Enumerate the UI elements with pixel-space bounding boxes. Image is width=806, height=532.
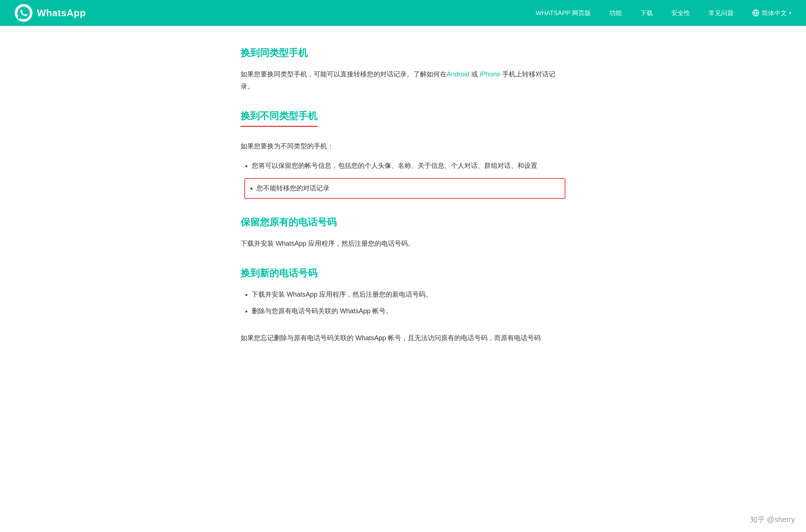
highlighted-list-item-wrapper: 您不能转移您的对话记录 xyxy=(246,178,565,199)
section2-list: 您将可以保留您的帐号信息，包括您的个人头像、名称、关于信息、个人对话、群组对话、… xyxy=(252,160,565,172)
section2-title: 换到不同类型手机 xyxy=(241,107,317,127)
nav-web[interactable]: WHATSAPP 网页版 xyxy=(535,9,591,17)
language-selector[interactable]: 简体中文 ▾ xyxy=(752,9,791,17)
iphone-link[interactable]: iPhone xyxy=(480,70,500,78)
whatsapp-logo-icon xyxy=(15,4,32,22)
android-link[interactable]: Android xyxy=(447,70,469,78)
section-keep-phone-number: 保留您原有的电话号码 下载并安装 WhatsApp 应用程序，然后注册您的电话号… xyxy=(241,214,565,250)
section4-list-item1: 下载并安装 WhatsApp 应用程序，然后注册您的新电话号码。 xyxy=(252,289,565,301)
section1-body: 如果您要换同类型手机，可能可以直接转移您的对话记录。了解如何在Android 或… xyxy=(241,68,565,93)
section1-middle: 或 xyxy=(469,70,480,78)
section2-intro: 如果您要换为不同类型的手机： xyxy=(241,140,565,152)
logo-text: WhatsApp xyxy=(37,7,86,19)
lang-label: 简体中文 xyxy=(762,9,787,17)
section4-title: 换到新的电话号码 xyxy=(241,265,565,282)
nav-download[interactable]: 下载 xyxy=(640,9,653,17)
nav-security[interactable]: 安全性 xyxy=(671,9,690,17)
section1-title: 换到同类型手机 xyxy=(241,44,565,62)
section-same-type-phone: 换到同类型手机 如果您要换同类型手机，可能可以直接转移您的对话记录。了解如何在A… xyxy=(241,44,565,93)
logo-link[interactable]: WhatsApp xyxy=(15,4,86,22)
highlighted-list-item: 您不能转移您的对话记录 xyxy=(244,178,565,199)
section4-list: 下载并安装 WhatsApp 应用程序，然后注册您的新电话号码。 删除与您原有电… xyxy=(252,289,565,318)
section3-body: 下载并安装 WhatsApp 应用程序，然后注册您的电话号码。 xyxy=(241,238,565,250)
list-item-keep-account: 您将可以保留您的帐号信息，包括您的个人头像、名称、关于信息、个人对话、群组对话、… xyxy=(252,160,565,172)
section5-continuation: 如果您忘记删除与原有电话号码关联的 WhatsApp 帐号，且无法访问原有的电话… xyxy=(241,332,565,344)
nav-faq[interactable]: 常见问题 xyxy=(709,9,734,17)
section-different-type-phone: 换到不同类型手机 如果您要换为不同类型的手机： 您将可以保留您的帐号信息，包括您… xyxy=(241,107,565,198)
main-nav: WHATSAPP 网页版 功能 下载 安全性 常见问题 简体中文 ▾ xyxy=(535,9,791,17)
site-header: WhatsApp WHATSAPP 网页版 功能 下载 安全性 常见问题 简体中… xyxy=(0,0,806,26)
section4-list-item2: 删除与您原有电话号码关联的 WhatsApp 帐号。 xyxy=(252,305,565,317)
main-content: 换到同类型手机 如果您要换同类型手机，可能可以直接转移您的对话记录。了解如何在A… xyxy=(226,44,580,345)
section3-title: 保留您原有的电话号码 xyxy=(241,214,565,231)
section-new-phone-number: 换到新的电话号码 下载并安装 WhatsApp 应用程序，然后注册您的新电话号码… xyxy=(241,265,565,317)
chevron-down-icon: ▾ xyxy=(789,10,791,15)
globe-icon xyxy=(752,9,760,17)
section5-body: 如果您忘记删除与原有电话号码关联的 WhatsApp 帐号，且无法访问原有的电话… xyxy=(241,332,565,344)
section1-body-text: 如果您要换同类型手机，可能可以直接转移您的对话记录。了解如何在 xyxy=(241,70,447,78)
nav-features[interactable]: 功能 xyxy=(609,9,622,17)
